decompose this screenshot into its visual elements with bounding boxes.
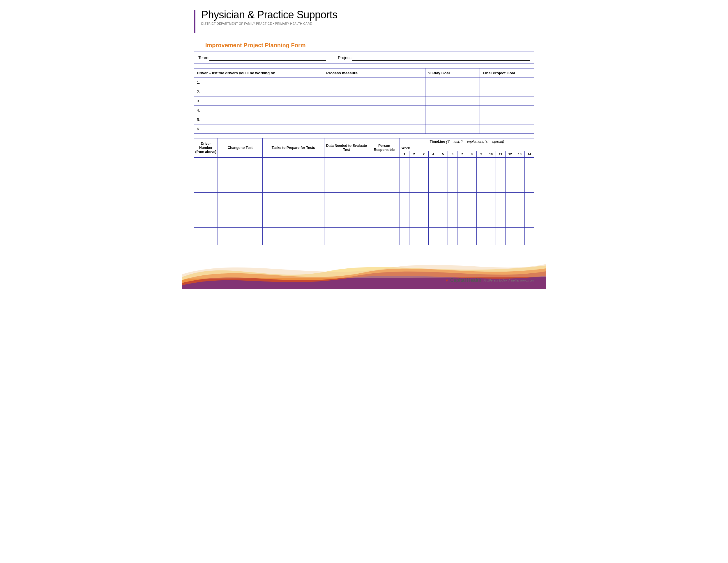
goal90-row-3 — [425, 96, 480, 106]
team-text: Team: — [198, 55, 209, 60]
tl-driver-1 — [194, 157, 218, 175]
wave-svg — [182, 254, 546, 289]
table-row: 6. — [194, 124, 534, 134]
final-goal-row-1 — [480, 78, 534, 87]
capital-health-tagline: A different today. A better tomorrow. — [484, 278, 534, 282]
table-row — [194, 157, 534, 175]
content: Improvement Project Planning Form Team: … — [182, 39, 546, 251]
week-7: 7 — [457, 151, 467, 158]
table-row: 3. — [194, 96, 534, 106]
week-1: 1 — [400, 151, 409, 158]
timeline-header-top: Driver Number (from above) Change to Tes… — [194, 138, 534, 145]
week-11: 11 — [496, 151, 505, 158]
final-goal-row-2 — [480, 87, 534, 96]
driver-row-3: 3. — [194, 96, 323, 106]
tl-data-1 — [324, 157, 369, 175]
table-row — [194, 175, 534, 192]
tl-w6-1 — [448, 157, 457, 175]
tl-w5-1 — [438, 157, 448, 175]
week-13: 13 — [515, 151, 524, 158]
purple-bar — [194, 10, 195, 33]
col-tasks-header: Tasks to Prepare for Tests — [262, 138, 324, 158]
tl-w12-1 — [505, 157, 515, 175]
driver-row-5: 5. — [194, 115, 323, 124]
tl-data-2 — [324, 175, 369, 192]
project-label: Project: — [338, 55, 530, 61]
table-row — [194, 227, 534, 245]
header-subtitle: DISTRICT DEPARTMENT OF FAMILY PRACTICE •… — [201, 22, 338, 25]
tl-w10-1 — [486, 157, 496, 175]
tl-person-5 — [369, 227, 400, 245]
process-row-3 — [323, 96, 425, 106]
col-driver-header: Driver Number (from above) — [194, 138, 218, 158]
process-row-6 — [323, 124, 425, 134]
driver-row-1: 1. — [194, 78, 323, 87]
process-col-header: Process measure — [323, 68, 425, 78]
tl-w8-1 — [467, 157, 476, 175]
final-goal-row-6 — [480, 124, 534, 134]
project-text: Project: — [338, 55, 351, 60]
week-6: 6 — [448, 151, 457, 158]
tl-tasks-3 — [262, 192, 324, 210]
tl-change-3 — [218, 192, 262, 210]
goal90-row-5 — [425, 115, 480, 124]
footer: ♥ Capital Health A different today. A be… — [182, 254, 546, 289]
final-goal-row-3 — [480, 96, 534, 106]
tl-person-1 — [369, 157, 400, 175]
week-10: 10 — [486, 151, 496, 158]
tl-w14-1 — [524, 157, 534, 175]
col-data-header: Data Needed to Evaluate Test — [324, 138, 369, 158]
timeline-legend: ('t' = test; 'i' = implement, 's' = spre… — [446, 140, 504, 144]
team-field[interactable] — [209, 55, 326, 61]
process-row-5 — [323, 115, 425, 124]
tl-data-5 — [324, 227, 369, 245]
tl-driver-5 — [194, 227, 218, 245]
week-4: 4 — [428, 151, 438, 158]
tl-w2-1 — [409, 157, 419, 175]
tl-w1-1 — [400, 157, 409, 175]
col-change-header: Change to Test — [218, 138, 262, 158]
table-row: 5. — [194, 115, 534, 124]
tl-w11-1 — [496, 157, 505, 175]
week-8: 8 — [467, 151, 476, 158]
week-label: Week — [400, 145, 534, 151]
tl-tasks-4 — [262, 210, 324, 227]
col-person-header: Person Responsible — [369, 138, 400, 158]
process-row-1 — [323, 78, 425, 87]
tl-person-4 — [369, 210, 400, 227]
final-goal-col-header: Final Project Goal — [480, 68, 534, 78]
driver-col-header: Driver – list the drivers you'll be work… — [194, 68, 323, 78]
week-3: 2 — [419, 151, 428, 158]
tl-person-3 — [369, 192, 400, 210]
table-row: 1. — [194, 78, 534, 87]
process-row-4 — [323, 106, 425, 115]
goal90-row-4 — [425, 106, 480, 115]
tl-w9-1 — [476, 157, 486, 175]
week-5: 5 — [438, 151, 448, 158]
tl-person-2 — [369, 175, 400, 192]
tl-data-3 — [324, 192, 369, 210]
week-12: 12 — [505, 151, 515, 158]
heart-icon: ♥ — [446, 278, 448, 283]
tl-tasks-1 — [262, 157, 324, 175]
goal90-row-6 — [425, 124, 480, 134]
driver-row-4: 4. — [194, 106, 323, 115]
project-field[interactable] — [352, 55, 530, 61]
tl-change-1 — [218, 157, 262, 175]
week-14: 14 — [524, 151, 534, 158]
week-2: 2 — [409, 151, 419, 158]
goal90-row-1 — [425, 78, 480, 87]
table-row: 4. — [194, 106, 534, 115]
tl-tasks-2 — [262, 175, 324, 192]
week-9: 9 — [476, 151, 486, 158]
tl-change-5 — [218, 227, 262, 245]
table-row — [194, 210, 534, 227]
tl-change-4 — [218, 210, 262, 227]
tl-driver-4 — [194, 210, 218, 227]
final-goal-row-5 — [480, 115, 534, 124]
tl-driver-2 — [194, 175, 218, 192]
driver-row-2: 2. — [194, 87, 323, 96]
capital-health-name: Capital Health — [450, 278, 481, 283]
header-title: Physician & Practice Supports — [201, 9, 338, 21]
timeline-label: TimeLine — [430, 140, 445, 144]
